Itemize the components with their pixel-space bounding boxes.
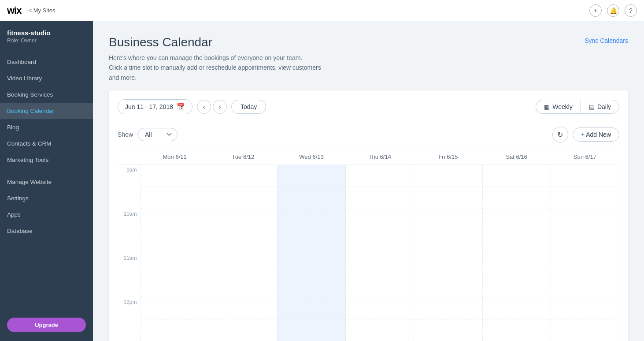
sidebar-item-contacts-crm[interactable]: Contacts & CRM xyxy=(0,135,93,152)
cell-10am-5[interactable] xyxy=(414,209,482,231)
cell-9am-3[interactable] xyxy=(277,165,345,187)
cell-11am-1[interactable] xyxy=(141,253,209,275)
cell-9amb-4[interactable] xyxy=(346,187,414,209)
cell-12pmb-5[interactable] xyxy=(414,319,482,341)
date-range-button[interactable]: Jun 11 - 17, 2018 📅 xyxy=(118,99,192,114)
cell-9am-2[interactable] xyxy=(209,165,277,187)
date-nav: Jun 11 - 17, 2018 📅 ‹ › Today ▦ Weekly xyxy=(118,99,619,114)
cell-11am-4[interactable] xyxy=(346,253,414,275)
cell-12pm-7[interactable] xyxy=(551,297,619,319)
cell-9am-4[interactable] xyxy=(346,165,414,187)
cell-10amb-3[interactable] xyxy=(277,231,345,253)
cell-12pm-5[interactable] xyxy=(414,297,482,319)
cell-10amb-5[interactable] xyxy=(414,231,482,253)
sidebar-site-role: Role: Owner xyxy=(7,37,86,44)
col-sat: Sat 6/16 xyxy=(482,149,551,165)
cell-9amb-6[interactable] xyxy=(482,187,551,209)
plus-icon[interactable]: + xyxy=(589,4,602,17)
col-mon: Mon 6/11 xyxy=(141,149,209,165)
cell-9amb-7[interactable] xyxy=(551,187,619,209)
time-label-10am: 10am xyxy=(118,209,141,253)
bell-icon[interactable]: 🔔 xyxy=(607,4,619,17)
sidebar-item-dashboard[interactable]: Dashboard xyxy=(0,54,93,70)
cell-9am-6[interactable] xyxy=(482,165,551,187)
sync-calendars-link[interactable]: Sync Calendars xyxy=(585,37,628,44)
sidebar-item-booking-services[interactable]: Booking Services xyxy=(0,86,93,103)
sidebar-nav: Dashboard Video Library Booking Services… xyxy=(0,50,93,312)
cell-10am-7[interactable] xyxy=(551,209,619,231)
cell-11amb-3[interactable] xyxy=(277,275,345,297)
date-nav-left: Jun 11 - 17, 2018 📅 ‹ › Today xyxy=(118,99,266,114)
daily-view-button[interactable]: ▤ Daily xyxy=(581,100,619,114)
cell-11amb-4[interactable] xyxy=(346,275,414,297)
sidebar-item-manage-website[interactable]: Manage Website xyxy=(0,174,93,190)
refresh-icon: ↻ xyxy=(557,131,563,139)
cell-11amb-5[interactable] xyxy=(414,275,482,297)
cell-11am-2[interactable] xyxy=(209,253,277,275)
sidebar-item-marketing-tools[interactable]: Marketing Tools xyxy=(0,152,93,168)
sidebar-item-video-library[interactable]: Video Library xyxy=(0,70,93,86)
prev-week-button[interactable]: ‹ xyxy=(197,100,211,114)
col-fri: Fri 6/15 xyxy=(414,149,482,165)
layout: fitness-studio Role: Owner Dashboard Vid… xyxy=(0,21,644,341)
cell-10amb-2[interactable] xyxy=(209,231,277,253)
sidebar-item-apps[interactable]: Apps xyxy=(0,206,93,223)
cell-12pmb-3[interactable] xyxy=(277,319,345,341)
show-label: Show xyxy=(118,131,133,138)
cell-11am-3[interactable] xyxy=(277,253,345,275)
cell-12pm-4[interactable] xyxy=(346,297,414,319)
sidebar-site-info: fitness-studio Role: Owner xyxy=(0,21,93,50)
cell-12pmb-4[interactable] xyxy=(346,319,414,341)
cell-9am-1[interactable] xyxy=(141,165,209,187)
cell-10am-1[interactable] xyxy=(141,209,209,231)
cell-11am-6[interactable] xyxy=(482,253,551,275)
weekly-view-button[interactable]: ▦ Weekly xyxy=(536,100,581,114)
today-button[interactable]: Today xyxy=(231,100,266,114)
cell-9am-5[interactable] xyxy=(414,165,482,187)
next-week-button[interactable]: › xyxy=(213,100,227,114)
sidebar-item-settings[interactable]: Settings xyxy=(0,190,93,206)
cell-11amb-6[interactable] xyxy=(482,275,551,297)
cell-10am-4[interactable] xyxy=(346,209,414,231)
cell-9amb-2[interactable] xyxy=(209,187,277,209)
cell-10am-6[interactable] xyxy=(482,209,551,231)
cell-10amb-4[interactable] xyxy=(346,231,414,253)
wix-logo: wix xyxy=(7,5,21,16)
cell-12pmb-2[interactable] xyxy=(209,319,277,341)
sidebar-item-booking-calendar[interactable]: Booking Calendar xyxy=(0,103,93,119)
my-sites-link[interactable]: < My Sites xyxy=(28,7,55,14)
sidebar-item-database[interactable]: Database xyxy=(0,223,93,239)
refresh-button[interactable]: ↻ xyxy=(552,127,568,142)
time-label-9am: 9am xyxy=(118,165,141,209)
cell-9amb-1[interactable] xyxy=(141,187,209,209)
cell-10amb-6[interactable] xyxy=(482,231,551,253)
add-new-button[interactable]: + Add New xyxy=(573,127,619,142)
cell-10am-3[interactable] xyxy=(277,209,345,231)
sidebar-divider xyxy=(7,171,86,171)
help-icon[interactable]: ? xyxy=(625,4,637,17)
cell-10amb-7[interactable] xyxy=(551,231,619,253)
cell-12pmb-6[interactable] xyxy=(482,319,551,341)
weekly-icon: ▦ xyxy=(544,103,550,110)
cell-11amb-7[interactable] xyxy=(551,275,619,297)
cell-9amb-5[interactable] xyxy=(414,187,482,209)
cell-11am-5[interactable] xyxy=(414,253,482,275)
cell-12pmb-1[interactable] xyxy=(141,319,209,341)
cell-12pm-3[interactable] xyxy=(277,297,345,319)
cell-10am-2[interactable] xyxy=(209,209,277,231)
sidebar-item-blog[interactable]: Blog xyxy=(0,119,93,135)
cell-12pm-2[interactable] xyxy=(209,297,277,319)
time-label-12pm: 12pm xyxy=(118,297,141,341)
cell-11am-7[interactable] xyxy=(551,253,619,275)
cell-11amb-1[interactable] xyxy=(141,275,209,297)
cell-11amb-2[interactable] xyxy=(209,275,277,297)
show-select[interactable]: All Staff 1 Staff 2 xyxy=(137,128,178,141)
cell-12pm-1[interactable] xyxy=(141,297,209,319)
cell-9amb-3[interactable] xyxy=(277,187,345,209)
topbar-left: wix < My Sites xyxy=(7,5,56,16)
cell-10amb-1[interactable] xyxy=(141,231,209,253)
cell-9am-7[interactable] xyxy=(551,165,619,187)
cell-12pmb-7[interactable] xyxy=(551,319,619,341)
upgrade-button[interactable]: Upgrade xyxy=(7,318,86,332)
cell-12pm-6[interactable] xyxy=(482,297,551,319)
